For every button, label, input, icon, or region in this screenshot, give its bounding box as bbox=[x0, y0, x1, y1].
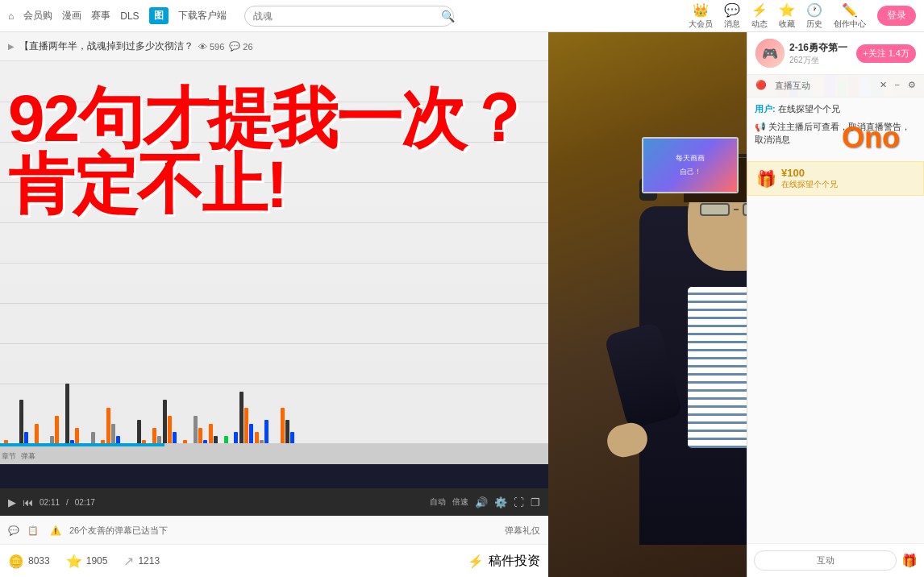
follow-button[interactable]: +关注 1.4万 bbox=[856, 44, 916, 63]
stream-viewer-count: 262万坐 bbox=[789, 55, 851, 66]
video-title-text: 【直播两年半，战魂掉到过多少次彻洁？ bbox=[19, 39, 194, 53]
interaction-label: 26个友善的弹幕已达当下 bbox=[69, 525, 168, 537]
nav-fav-icon[interactable]: ⭐ 收藏 bbox=[779, 2, 795, 30]
coin-action[interactable]: 🪙 8033 bbox=[8, 554, 50, 569]
invest-label: 稿件投资 bbox=[489, 553, 540, 570]
top-navigation: ⌂ 会员购 漫画 赛事 DLS 图 下载客户端 🔍 👑 大会员 💬 消息 ⚡ 动… bbox=[0, 0, 924, 32]
gift-info: ¥100 在线探望个个兄 bbox=[781, 167, 838, 190]
invest-icon: ⚡ bbox=[468, 554, 484, 569]
video-area: ▶ 【直播两年半，战魂掉到过多少次彻洁？ 👁 596 💬 26 bbox=[0, 32, 548, 577]
mini-thumbnail: 每天画画 自己！ bbox=[642, 137, 739, 193]
crown-icon: 👑 bbox=[693, 2, 709, 18]
barrage-icon: 💬 bbox=[8, 525, 19, 536]
chat-text-1: 在线探望个个兄 bbox=[778, 104, 840, 114]
stream-user-info: 2-16勇夺第一 262万坐 bbox=[789, 41, 851, 66]
speed-label[interactable]: 倍速 bbox=[452, 496, 468, 508]
eye-icon: 👁 bbox=[198, 42, 207, 52]
stream-panel: 🎮 2-16勇夺第一 262万坐 +关注 1.4万 🔴 直播互动 ✕ − ⚙ 🎁 bbox=[747, 32, 924, 577]
mini-thumb-content: 每天画画 自己！ bbox=[643, 139, 737, 192]
skip-prev[interactable]: ⏮ bbox=[23, 496, 33, 509]
ono-label: Ono bbox=[842, 121, 900, 155]
nav-dls[interactable]: DLS bbox=[120, 10, 139, 22]
channel-icon: ▶ bbox=[8, 42, 15, 51]
auto-label[interactable]: 自动 bbox=[430, 496, 446, 508]
nav-home[interactable]: ⌂ bbox=[8, 10, 14, 22]
nav-logo[interactable]: 图 bbox=[149, 7, 169, 24]
nav-download[interactable]: 下载客户端 bbox=[178, 9, 227, 23]
chart-background: 92句才提我一次？ 肯定不止! bbox=[0, 61, 548, 464]
play-button[interactable]: ▶ bbox=[8, 496, 16, 509]
gift-label-text: 在线探望个个兄 bbox=[781, 179, 838, 190]
favorite-icon: ⭐ bbox=[66, 554, 82, 569]
gift-notification: 🎁 ¥100 在线探望个个兄 bbox=[747, 161, 924, 196]
send-gift-icon[interactable]: 🎁 bbox=[901, 553, 918, 568]
live-label: 直播互动 bbox=[775, 80, 810, 92]
comment-icon: 💬 bbox=[229, 41, 240, 52]
nav-activity-icon[interactable]: ⚡ 动态 bbox=[751, 2, 768, 30]
nav-vip-icon[interactable]: 👑 大会员 bbox=[689, 2, 713, 30]
interaction-bar: 💬 📋 ⚠️ 26个友善的弹幕已达当下 弹幕礼仅 bbox=[0, 516, 548, 545]
search-input[interactable] bbox=[244, 6, 454, 27]
video-title-bar: ▶ 【直播两年半，战魂掉到过多少次彻洁？ 👁 596 💬 26 bbox=[0, 32, 548, 61]
gift-icon: 🎁 bbox=[756, 169, 776, 189]
time-label-2: 弹幕 bbox=[21, 451, 35, 462]
view-count: 👁 596 bbox=[198, 42, 224, 52]
close-btn[interactable]: ✕ bbox=[880, 80, 887, 92]
progress-fill bbox=[0, 443, 164, 446]
nav-creator-icon[interactable]: ✏️ 创作中心 bbox=[834, 2, 866, 30]
big-text-line2: 肯定不止! bbox=[8, 152, 530, 218]
settings-button[interactable]: ⚙️ bbox=[494, 496, 507, 509]
share-count: 1213 bbox=[138, 555, 160, 567]
nav-manga[interactable]: 漫画 bbox=[62, 9, 81, 23]
share-action[interactable]: ↗ 1213 bbox=[123, 554, 160, 569]
fullscreen-button[interactable]: ⛶ bbox=[514, 496, 524, 509]
search-icon[interactable]: 🔍 bbox=[441, 10, 455, 23]
coin-icon: 🪙 bbox=[8, 554, 24, 569]
stream-avatar: 🎮 bbox=[755, 39, 785, 68]
warning-icon: ⚠️ bbox=[50, 525, 61, 536]
chat-message-1: 用户: 在线探望个个兄 bbox=[751, 102, 920, 117]
stream-header: 🎮 2-16勇夺第一 262万坐 +关注 1.4万 bbox=[747, 32, 924, 75]
nav-icon-group: 👑 大会员 💬 消息 ⚡ 动态 ⭐ 收藏 🕐 历史 ✏️ 创作中心 登录 bbox=[689, 2, 916, 30]
login-button[interactable]: 登录 bbox=[877, 6, 916, 26]
nav-message-icon[interactable]: 💬 消息 bbox=[724, 2, 740, 30]
creator-icon: ✏️ bbox=[842, 2, 858, 18]
chat-username-1: 用户: bbox=[755, 104, 776, 114]
glasses-bridge bbox=[734, 209, 739, 210]
nav-history-icon[interactable]: 🕐 历史 bbox=[806, 2, 822, 30]
activity-icon: ⚡ bbox=[751, 2, 768, 18]
timeline-labels: 章节 弹幕 bbox=[2, 451, 35, 462]
coin-count: 8033 bbox=[28, 555, 50, 567]
time-separator: / bbox=[66, 498, 69, 507]
star-action[interactable]: ⭐ 1905 bbox=[66, 554, 108, 569]
nav-esports[interactable]: 赛事 bbox=[91, 9, 110, 23]
big-text-overlay: 92句才提我一次？ 肯定不止! bbox=[8, 85, 530, 218]
action-bar: 🪙 8033 ⭐ 1905 ↗ 1213 ⚡ 稿件投资 bbox=[0, 545, 548, 577]
stream-interaction: 互动 🎁 bbox=[747, 543, 924, 577]
pip-button[interactable]: ❐ bbox=[531, 496, 540, 509]
nav-vip[interactable]: 会员购 bbox=[23, 9, 52, 23]
star-icon: ⭐ bbox=[779, 2, 795, 18]
grid-line-4 bbox=[0, 222, 548, 223]
interact-button[interactable]: 互动 bbox=[754, 550, 897, 571]
main-content: ▶ 【直播两年半，战魂掉到过多少次彻洁？ 👁 596 💬 26 bbox=[0, 32, 924, 577]
history-icon: 🕐 bbox=[806, 2, 822, 18]
bar-chart bbox=[0, 255, 548, 464]
settings-icon[interactable]: ⚙ bbox=[908, 80, 916, 92]
minimize-btn[interactable]: − bbox=[895, 80, 900, 92]
gift-amount: ¥100 bbox=[781, 167, 838, 179]
chat-username-2: 📢 bbox=[755, 122, 766, 131]
video-player[interactable]: 92句才提我一次？ 肯定不止! 章节 弹幕 bbox=[0, 61, 548, 464]
invest-action[interactable]: ⚡ 稿件投资 bbox=[468, 553, 540, 570]
volume-button[interactable]: 🔊 bbox=[475, 496, 488, 509]
total-time: 02:17 bbox=[75, 498, 95, 507]
avatar-emoji: 🎮 bbox=[755, 39, 785, 68]
live-indicator: 🔴 bbox=[755, 80, 767, 92]
stream-stats-row: 🔴 直播互动 ✕ − ⚙ bbox=[747, 75, 924, 98]
glasses-left bbox=[700, 203, 730, 216]
big-text-line1: 92句才提我一次？ bbox=[8, 85, 530, 152]
star-count: 1905 bbox=[86, 555, 108, 567]
mini-thumb-text: 每天画画 自己！ bbox=[676, 153, 705, 177]
message-icon: 💬 bbox=[724, 2, 740, 18]
timeline-strip[interactable]: 章节 弹幕 bbox=[0, 443, 548, 464]
